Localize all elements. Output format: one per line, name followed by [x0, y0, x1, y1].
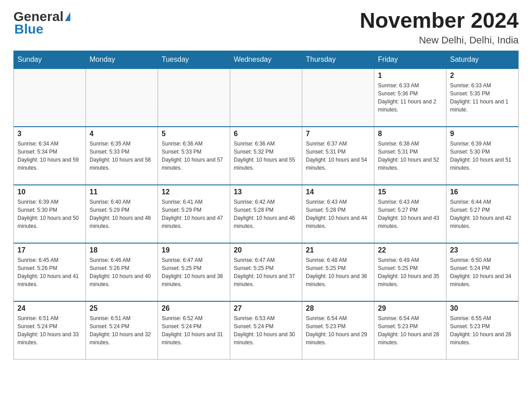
calendar-day-cell: 22Sunrise: 6:49 AMSunset: 5:25 PMDayligh… — [374, 243, 446, 301]
day-info: Sunrise: 6:47 AMSunset: 5:25 PMDaylight:… — [162, 256, 226, 288]
logo: General Blue — [13, 9, 70, 37]
day-number: 5 — [162, 130, 226, 138]
day-number: 27 — [234, 304, 298, 313]
day-number: 3 — [17, 130, 82, 138]
calendar-week-row: 17Sunrise: 6:45 AMSunset: 5:26 PMDayligh… — [14, 243, 519, 301]
day-number: 18 — [90, 246, 154, 254]
calendar-day-cell: 1Sunrise: 6:33 AMSunset: 5:36 PMDaylight… — [374, 68, 446, 127]
calendar-week-row: 10Sunrise: 6:39 AMSunset: 5:30 PMDayligh… — [14, 185, 519, 243]
day-info: Sunrise: 6:54 AMSunset: 5:23 PMDaylight:… — [306, 314, 370, 347]
calendar-day-cell: 11Sunrise: 6:40 AMSunset: 5:29 PMDayligh… — [86, 185, 158, 243]
day-number: 24 — [17, 304, 82, 313]
day-number: 20 — [234, 246, 298, 254]
day-info: Sunrise: 6:52 AMSunset: 5:24 PMDaylight:… — [162, 314, 226, 347]
day-info: Sunrise: 6:35 AMSunset: 5:33 PMDaylight:… — [90, 140, 154, 172]
day-of-week-header: Sunday — [14, 51, 86, 68]
calendar-day-cell: 30Sunrise: 6:55 AMSunset: 5:23 PMDayligh… — [446, 301, 519, 360]
page-header: General Blue November 2024 New Delhi, De… — [13, 9, 519, 46]
day-info: Sunrise: 6:54 AMSunset: 5:23 PMDaylight:… — [378, 314, 442, 347]
day-number: 22 — [378, 246, 442, 254]
day-info: Sunrise: 6:44 AMSunset: 5:27 PMDaylight:… — [450, 198, 515, 230]
day-info: Sunrise: 6:36 AMSunset: 5:33 PMDaylight:… — [162, 140, 226, 172]
day-number: 9 — [450, 130, 515, 138]
calendar-day-cell — [230, 68, 302, 127]
day-of-week-header: Tuesday — [158, 51, 230, 68]
calendar-day-cell: 19Sunrise: 6:47 AMSunset: 5:25 PMDayligh… — [158, 243, 230, 301]
day-info: Sunrise: 6:53 AMSunset: 5:24 PMDaylight:… — [234, 314, 298, 347]
day-number: 1 — [378, 72, 442, 80]
day-info: Sunrise: 6:34 AMSunset: 5:34 PMDaylight:… — [17, 140, 82, 172]
day-info: Sunrise: 6:46 AMSunset: 5:26 PMDaylight:… — [90, 256, 154, 288]
day-info: Sunrise: 6:33 AMSunset: 5:36 PMDaylight:… — [378, 81, 442, 114]
calendar-day-cell: 17Sunrise: 6:45 AMSunset: 5:26 PMDayligh… — [14, 243, 86, 301]
day-number: 15 — [378, 188, 442, 196]
day-number: 11 — [90, 188, 154, 196]
calendar-day-cell: 12Sunrise: 6:41 AMSunset: 5:29 PMDayligh… — [158, 185, 230, 243]
day-info: Sunrise: 6:43 AMSunset: 5:27 PMDaylight:… — [378, 198, 442, 230]
day-number: 29 — [378, 304, 442, 313]
calendar-day-cell: 27Sunrise: 6:53 AMSunset: 5:24 PMDayligh… — [230, 301, 302, 360]
logo-triangle-icon — [65, 12, 70, 21]
day-info: Sunrise: 6:40 AMSunset: 5:29 PMDaylight:… — [90, 198, 154, 230]
day-of-week-header: Friday — [374, 51, 446, 68]
day-number: 21 — [306, 246, 370, 254]
day-number: 4 — [90, 130, 154, 138]
calendar-week-row: 3Sunrise: 6:34 AMSunset: 5:34 PMDaylight… — [14, 127, 519, 185]
calendar-day-cell: 9Sunrise: 6:39 AMSunset: 5:30 PMDaylight… — [446, 127, 519, 185]
calendar-table: SundayMondayTuesdayWednesdayThursdayFrid… — [13, 51, 519, 360]
day-number: 25 — [90, 304, 154, 313]
day-number: 7 — [306, 130, 370, 138]
day-number: 26 — [162, 304, 226, 313]
day-number: 10 — [17, 188, 82, 196]
calendar-day-cell: 2Sunrise: 6:33 AMSunset: 5:35 PMDaylight… — [446, 68, 519, 127]
calendar-day-cell: 18Sunrise: 6:46 AMSunset: 5:26 PMDayligh… — [86, 243, 158, 301]
day-info: Sunrise: 6:55 AMSunset: 5:23 PMDaylight:… — [450, 314, 515, 347]
calendar-day-cell: 28Sunrise: 6:54 AMSunset: 5:23 PMDayligh… — [302, 301, 374, 360]
calendar-day-cell — [14, 68, 86, 127]
logo-blue-text: Blue — [14, 21, 70, 37]
day-info: Sunrise: 6:42 AMSunset: 5:28 PMDaylight:… — [234, 198, 298, 230]
day-number: 23 — [450, 246, 515, 254]
day-number: 28 — [306, 304, 370, 313]
calendar-day-cell: 10Sunrise: 6:39 AMSunset: 5:30 PMDayligh… — [14, 185, 86, 243]
day-of-week-header: Thursday — [302, 51, 374, 68]
day-info: Sunrise: 6:41 AMSunset: 5:29 PMDaylight:… — [162, 198, 226, 230]
calendar-week-row: 1Sunrise: 6:33 AMSunset: 5:36 PMDaylight… — [14, 68, 519, 127]
day-info: Sunrise: 6:51 AMSunset: 5:24 PMDaylight:… — [90, 314, 154, 347]
calendar-day-cell: 5Sunrise: 6:36 AMSunset: 5:33 PMDaylight… — [158, 127, 230, 185]
title-section: November 2024 New Delhi, Delhi, India — [360, 9, 519, 46]
calendar-header-row: SundayMondayTuesdayWednesdayThursdayFrid… — [14, 51, 519, 68]
month-title: November 2024 — [360, 9, 519, 33]
calendar-day-cell: 26Sunrise: 6:52 AMSunset: 5:24 PMDayligh… — [158, 301, 230, 360]
calendar-day-cell: 8Sunrise: 6:38 AMSunset: 5:31 PMDaylight… — [374, 127, 446, 185]
day-info: Sunrise: 6:45 AMSunset: 5:26 PMDaylight:… — [17, 256, 82, 288]
calendar-day-cell: 3Sunrise: 6:34 AMSunset: 5:34 PMDaylight… — [14, 127, 86, 185]
day-info: Sunrise: 6:51 AMSunset: 5:24 PMDaylight:… — [17, 314, 82, 347]
calendar-day-cell: 4Sunrise: 6:35 AMSunset: 5:33 PMDaylight… — [86, 127, 158, 185]
day-number: 14 — [306, 188, 370, 196]
day-number: 8 — [378, 130, 442, 138]
day-number: 6 — [234, 130, 298, 138]
day-of-week-header: Monday — [86, 51, 158, 68]
calendar-day-cell: 24Sunrise: 6:51 AMSunset: 5:24 PMDayligh… — [14, 301, 86, 360]
calendar-day-cell: 20Sunrise: 6:47 AMSunset: 5:25 PMDayligh… — [230, 243, 302, 301]
day-number: 13 — [234, 188, 298, 196]
day-info: Sunrise: 6:50 AMSunset: 5:24 PMDaylight:… — [450, 256, 515, 288]
calendar-week-row: 24Sunrise: 6:51 AMSunset: 5:24 PMDayligh… — [14, 301, 519, 360]
calendar-day-cell: 23Sunrise: 6:50 AMSunset: 5:24 PMDayligh… — [446, 243, 519, 301]
day-number: 19 — [162, 246, 226, 254]
day-info: Sunrise: 6:49 AMSunset: 5:25 PMDaylight:… — [378, 256, 442, 288]
calendar-day-cell — [86, 68, 158, 127]
day-info: Sunrise: 6:43 AMSunset: 5:28 PMDaylight:… — [306, 198, 370, 230]
day-info: Sunrise: 6:39 AMSunset: 5:30 PMDaylight:… — [450, 140, 515, 172]
day-info: Sunrise: 6:39 AMSunset: 5:30 PMDaylight:… — [17, 198, 82, 230]
day-number: 16 — [450, 188, 515, 196]
day-number: 12 — [162, 188, 226, 196]
calendar-day-cell: 6Sunrise: 6:36 AMSunset: 5:32 PMDaylight… — [230, 127, 302, 185]
calendar-day-cell: 21Sunrise: 6:48 AMSunset: 5:25 PMDayligh… — [302, 243, 374, 301]
location-text: New Delhi, Delhi, India — [360, 34, 519, 46]
calendar-day-cell: 15Sunrise: 6:43 AMSunset: 5:27 PMDayligh… — [374, 185, 446, 243]
day-info: Sunrise: 6:37 AMSunset: 5:31 PMDaylight:… — [306, 140, 370, 172]
calendar-day-cell: 14Sunrise: 6:43 AMSunset: 5:28 PMDayligh… — [302, 185, 374, 243]
calendar-day-cell: 25Sunrise: 6:51 AMSunset: 5:24 PMDayligh… — [86, 301, 158, 360]
